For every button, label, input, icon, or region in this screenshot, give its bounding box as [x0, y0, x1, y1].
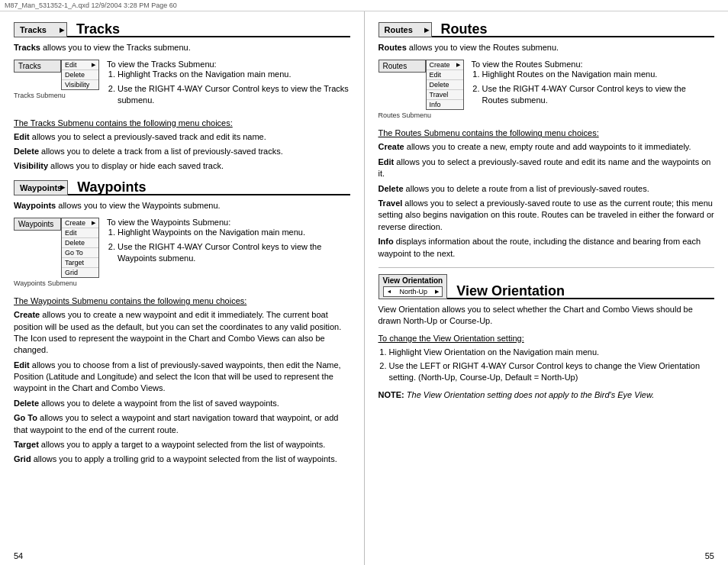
waypoints-step-2: Use the RIGHT 4-WAY Cursor Control keys …: [118, 241, 350, 265]
rt-choice-info: Info displays information about the rout…: [378, 236, 715, 260]
routes-header: Routes Routes: [378, 22, 715, 37]
waypoints-submenu-area: Waypoints Create▶ Edit Delete Go To Targ…: [14, 218, 350, 287]
tracks-choice-edit: Edit allows you to select a previously-s…: [14, 131, 350, 143]
tracks-choices: The Tracks Submenu contains the followin…: [14, 118, 350, 173]
wp-submenu-create: Create▶: [62, 218, 98, 228]
routes-desc: Routes allows you to view the Routes sub…: [378, 42, 715, 53]
tracks-choices-title: The Tracks Submenu contains the followin…: [14, 118, 350, 128]
waypoints-choices-title: The Waypoints Submenu contains the follo…: [14, 296, 350, 305]
right-page-number: 55: [705, 551, 714, 560]
waypoints-step-1: Highlight Waypoints on the Navigation ma…: [118, 227, 350, 238]
rt-submenu-edit: Edit: [427, 70, 463, 80]
page-left: Tracks Tracks Tracks allows you to view …: [0, 11, 365, 565]
tracks-submenu-area: Tracks Edit▶ Delete Visibility: [14, 60, 350, 108]
view-orient-header: View Orientation ◄ North-Up ▶ View Orien…: [378, 274, 715, 299]
tracks-desc: Tracks allows you to view the Tracks sub…: [14, 42, 350, 53]
routes-submenu-outer: Routes: [378, 60, 426, 73]
tracks-section: Tracks Tracks Tracks allows you to view …: [14, 22, 350, 109]
waypoints-desc: Waypoints allows you to view the Waypoin…: [14, 200, 350, 211]
rt-submenu-travel: Travel: [427, 90, 463, 100]
tracks-submenu-items: Edit▶ Delete Visibility: [61, 60, 99, 90]
rt-submenu-delete: Delete: [427, 80, 463, 90]
rt-choice-edit: Edit allows you to select a previously-s…: [378, 157, 715, 180]
waypoints-section: Waypoints Waypoints Waypoints allows you…: [14, 180, 350, 287]
tracks-step-2: Use the RIGHT 4-WAY Cursor Control keys …: [118, 83, 350, 107]
tracks-submenu-outer: Tracks: [14, 60, 61, 73]
view-orient-desc: View Orientation allows you to select wh…: [378, 304, 715, 328]
rt-choice-create: Create allows you to create a new, empty…: [378, 141, 715, 153]
view-orient-title-block: View Orientation: [447, 274, 714, 299]
submenu-item-visibility: Visibility: [62, 80, 98, 89]
submenu-item-edit: Edit▶: [62, 60, 98, 70]
wp-submenu-target: Target: [62, 258, 98, 268]
top-bar: M87_Man_531352-1_A.qxd 12/9/2004 3:28 PM…: [0, 0, 728, 11]
rt-choice-travel: Travel allows you to select a previously…: [378, 198, 715, 233]
wp-choice-goto: Go To allows you to select a waypoint an…: [14, 412, 350, 436]
waypoints-submenu-outer: Waypoints: [14, 218, 61, 231]
tracks-title-block: Tracks: [67, 22, 350, 37]
tracks-submenu-label: Tracks Submenu: [14, 92, 66, 99]
vo-step-1: Highlight View Orientation on the Naviga…: [389, 347, 715, 358]
view-orient-note: NOTE: The View Orientation setting does …: [378, 390, 715, 399]
view-orient-inner: ◄ North-Up ▶: [383, 286, 443, 297]
waypoints-menu-icon: Waypoints: [14, 180, 68, 195]
view-orient-change-title: To change the View Orientation setting:: [378, 334, 715, 343]
waypoints-choices: The Waypoints Submenu contains the follo…: [14, 296, 350, 466]
tracks-choice-visibility: Visibility allows you to display or hide…: [14, 160, 350, 172]
routes-choices-title: The Routes Submenu contains the followin…: [378, 128, 715, 137]
top-bar-text: M87_Man_531352-1_A.qxd 12/9/2004 3:28 PM…: [5, 2, 177, 9]
wp-submenu-edit: Edit: [62, 228, 98, 238]
tracks-step-1: Highlight Tracks on the Navigation main …: [118, 69, 350, 80]
routes-choices: The Routes Submenu contains the followin…: [378, 128, 715, 260]
waypoints-submenu-label: Waypoints Submenu: [14, 279, 77, 287]
tracks-steps: To view the Tracks Submenu: Highlight Tr…: [107, 60, 350, 108]
wp-submenu-goto: Go To: [62, 248, 98, 258]
view-orient-steps: Highlight View Orientation on the Naviga…: [378, 347, 715, 384]
wp-submenu-grid: Grid: [62, 268, 98, 277]
waypoints-submenu-items: Create▶ Edit Delete Go To Target Grid: [61, 218, 99, 278]
rt-submenu-info: Info: [427, 100, 463, 109]
tracks-header: Tracks Tracks: [14, 22, 350, 37]
waypoints-steps: To view the Waypoints Submenu: Highlight…: [107, 218, 350, 266]
tracks-title: Tracks: [76, 22, 120, 36]
page-right: Routes Routes Routes allows you to view …: [365, 11, 729, 565]
tracks-menu-icon: Tracks: [14, 22, 67, 37]
wp-choice-delete: Delete allows you to delete a waypoint f…: [14, 398, 350, 409]
wp-choice-edit: Edit allows you to choose from a list of…: [14, 360, 350, 395]
routes-submenu-items: Create▶ Edit Delete Travel Info: [426, 60, 464, 110]
routes-step-1: Highlight Routes on the Navigation main …: [482, 69, 715, 80]
routes-menu-icon: Routes: [378, 22, 432, 37]
view-orient-box: View Orientation ◄ North-Up ▶: [378, 274, 448, 299]
routes-submenu-label: Routes Submenu: [378, 111, 432, 119]
wp-choice-target: Target allows you to apply a target to a…: [14, 439, 350, 450]
left-page-number: 54: [14, 551, 23, 560]
rt-choice-delete: Delete allows you to delete a route from…: [378, 183, 715, 195]
routes-title-block: Routes: [432, 22, 715, 37]
routes-section: Routes Routes Routes allows you to view …: [378, 22, 715, 119]
routes-steps: To view the Routes Submenu: Highlight Ro…: [472, 60, 715, 108]
view-orient-title: View Orientation: [456, 284, 565, 298]
routes-step-2: Use the RIGHT 4-WAY Cursor Control keys …: [482, 83, 715, 107]
routes-submenu-area: Routes Create▶ Edit Delete Travel Info R…: [378, 60, 715, 119]
wp-submenu-delete: Delete: [62, 238, 98, 248]
vo-step-2: Use the LEFT or RIGHT 4-WAY Cursor Contr…: [389, 360, 715, 384]
submenu-item-delete: Delete: [62, 70, 98, 80]
wp-choice-grid: Grid allows you to apply a trolling grid…: [14, 454, 350, 465]
waypoints-header: Waypoints Waypoints: [14, 180, 350, 195]
rt-submenu-create: Create▶: [427, 60, 463, 70]
waypoints-title: Waypoints: [77, 180, 146, 194]
view-orientation-section: View Orientation ◄ North-Up ▶ View Orien…: [378, 274, 715, 399]
waypoints-title-block: Waypoints: [68, 180, 350, 195]
tracks-choice-delete: Delete allows you to delete a track from…: [14, 146, 350, 157]
routes-title: Routes: [441, 22, 488, 36]
routes-divider: [378, 267, 715, 268]
wp-choice-create: Create allows you to create a new waypoi…: [14, 309, 350, 357]
